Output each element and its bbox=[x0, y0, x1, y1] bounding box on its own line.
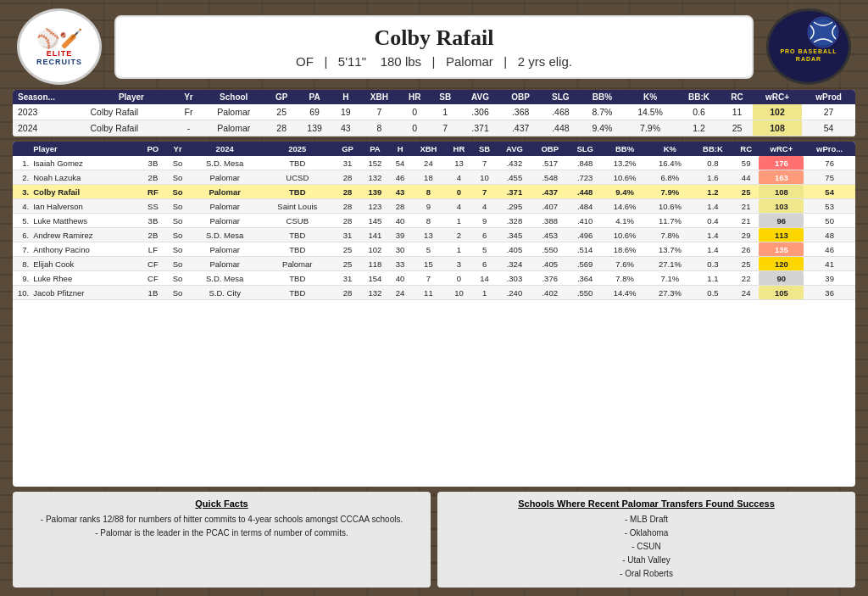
season-stats-cell: 7 bbox=[431, 120, 461, 136]
comp-stats-cell: So bbox=[166, 170, 190, 185]
comp-stats-cell: 7.8% bbox=[648, 228, 693, 242]
comp-stats-cell: .295 bbox=[497, 199, 531, 214]
comp-stats-cell: 40 bbox=[390, 214, 411, 228]
comp-stats-cell: Luke Rhee bbox=[31, 271, 140, 286]
season-stats-cell: 28 bbox=[266, 120, 297, 136]
season-stats-cell: 8 bbox=[359, 120, 399, 136]
col-slg: SLG bbox=[541, 90, 580, 104]
comp-stats-cell: RF bbox=[140, 185, 166, 199]
comp-stats-cell: 0.5 bbox=[693, 286, 733, 300]
col-sb: SB bbox=[472, 142, 498, 156]
comp-stats-cell: .410 bbox=[568, 214, 603, 228]
col-school: School bbox=[202, 90, 266, 104]
comp-stats-cell: 118 bbox=[360, 257, 389, 271]
comp-stats-cell: 1.6 bbox=[693, 170, 733, 185]
comp-stats-cell: CF bbox=[140, 271, 166, 286]
comp-stats-cell: 141 bbox=[360, 228, 389, 242]
comp-stats-cell: .517 bbox=[532, 156, 568, 170]
comp-stats-cell: 103 bbox=[759, 199, 804, 214]
eligibility: 2 yrs elig. bbox=[518, 54, 572, 69]
comparison-stats-table: Player PO Yr 2024 2025 GP PA H XBH HR SB… bbox=[13, 142, 855, 300]
comp-stats-cell: 31 bbox=[335, 228, 361, 242]
comp-stats-cell: 24 bbox=[733, 286, 760, 300]
comp-stats-cell: 24 bbox=[411, 156, 446, 170]
col-bbk: BB:K bbox=[693, 142, 733, 156]
comp-stats-cell: .455 bbox=[497, 170, 531, 185]
school-item: - CSUN bbox=[448, 540, 845, 554]
main-container: ⚾🏏 ELITE RECRUITS Colby Rafail OF | 5'11… bbox=[0, 0, 868, 596]
comp-stats-cell: .848 bbox=[568, 156, 603, 170]
comp-stats-cell: 7.9% bbox=[648, 185, 693, 199]
comp-stats-cell: Andrew Ramirez bbox=[31, 228, 140, 242]
season-stats-cell: 0.6 bbox=[676, 104, 722, 120]
comp-stats-cell: 10.6% bbox=[602, 228, 647, 242]
comp-stats-cell: .448 bbox=[568, 185, 603, 199]
season-stats-cell: 2023 bbox=[13, 104, 87, 120]
col-2025: 2025 bbox=[260, 142, 335, 156]
season-stats-cell: 9.4% bbox=[581, 120, 625, 136]
comp-stats-cell: So bbox=[166, 228, 190, 242]
comp-stats-row: 4.Ian HalversonSSSoPalomarSaint Louis281… bbox=[13, 199, 855, 214]
comp-stats-cell: .303 bbox=[497, 271, 531, 286]
comp-stats-cell: UCSD bbox=[260, 170, 335, 185]
comp-stats-cell: .240 bbox=[497, 286, 531, 300]
season-stats-cell: 139 bbox=[297, 120, 331, 136]
comp-stats-cell: 3. bbox=[13, 185, 31, 199]
col-player: Player bbox=[31, 142, 140, 156]
comp-stats-cell: 135 bbox=[759, 242, 804, 257]
season-stats-cell: 0 bbox=[399, 120, 430, 136]
comp-stats-cell: 7.8% bbox=[602, 271, 647, 286]
comp-stats-cell: 54 bbox=[804, 185, 855, 199]
player-details: OF | 5'11" 180 lbs | Palomar | 2 yrs eli… bbox=[133, 54, 735, 69]
comp-stats-cell: 10.6% bbox=[602, 170, 647, 185]
season-stats-cell: 19 bbox=[332, 104, 359, 120]
comp-stats-cell: 4 bbox=[446, 199, 472, 214]
comp-stats-cell: 154 bbox=[360, 271, 389, 286]
comp-stats-cell: 28 bbox=[390, 199, 411, 214]
comp-stats-cell: So bbox=[166, 214, 190, 228]
comp-stats-cell: 33 bbox=[390, 257, 411, 271]
comp-stats-cell: 6 bbox=[472, 257, 498, 271]
comp-stats-cell: 13.2% bbox=[602, 156, 647, 170]
col-bb-pct: BB% bbox=[581, 90, 625, 104]
comp-stats-cell: 0 bbox=[446, 271, 472, 286]
season-stats-cell: .468 bbox=[541, 104, 580, 120]
comp-stats-cell: 48 bbox=[804, 228, 855, 242]
comp-stats-cell: 9 bbox=[472, 214, 498, 228]
comp-stats-cell: 24 bbox=[390, 286, 411, 300]
comp-stats-cell: 6.8% bbox=[648, 170, 693, 185]
comp-stats-cell: Colby Rafail bbox=[31, 185, 140, 199]
comp-stats-cell: Palomar bbox=[190, 199, 260, 214]
comp-stats-cell: 11.7% bbox=[648, 214, 693, 228]
col-wprod: wPro... bbox=[804, 142, 855, 156]
comp-stats-cell: 3B bbox=[140, 156, 166, 170]
comp-stats-cell: .364 bbox=[568, 271, 603, 286]
comp-stats-cell: 7 bbox=[411, 271, 446, 286]
season-stats-cell: 27 bbox=[802, 104, 855, 120]
player-info-card: Colby Rafail OF | 5'11" 180 lbs | Paloma… bbox=[114, 15, 754, 79]
col-h: H bbox=[332, 90, 359, 104]
quick-facts-title: Quick Facts bbox=[23, 499, 420, 509]
col-rank bbox=[13, 142, 31, 156]
col-rc: RC bbox=[721, 90, 752, 104]
comp-stats-cell: .484 bbox=[568, 199, 603, 214]
comp-stats-cell: SS bbox=[140, 199, 166, 214]
col-k-pct: K% bbox=[648, 142, 693, 156]
col-player: Player bbox=[87, 90, 176, 104]
comp-stats-cell: 0 bbox=[446, 185, 472, 199]
weight: 180 lbs bbox=[381, 54, 421, 69]
comp-stats-cell: 31 bbox=[335, 271, 361, 286]
comp-stats-cell: 1B bbox=[140, 286, 166, 300]
comp-stats-cell: 1 bbox=[446, 214, 472, 228]
comp-stats-cell: 53 bbox=[804, 199, 855, 214]
school-item: - Oral Roberts bbox=[448, 567, 845, 581]
season-stats-cell: 43 bbox=[332, 120, 359, 136]
col-bbk: BB:K bbox=[676, 90, 722, 104]
season-stats-cell: 108 bbox=[753, 120, 803, 136]
comp-stats-cell: 36 bbox=[804, 286, 855, 300]
comp-stats-header: Player PO Yr 2024 2025 GP PA H XBH HR SB… bbox=[13, 142, 855, 156]
comp-stats-cell: 108 bbox=[759, 185, 804, 199]
comp-stats-cell: 2 bbox=[446, 228, 472, 242]
col-gp: GP bbox=[335, 142, 361, 156]
comp-stats-cell: .432 bbox=[497, 156, 531, 170]
